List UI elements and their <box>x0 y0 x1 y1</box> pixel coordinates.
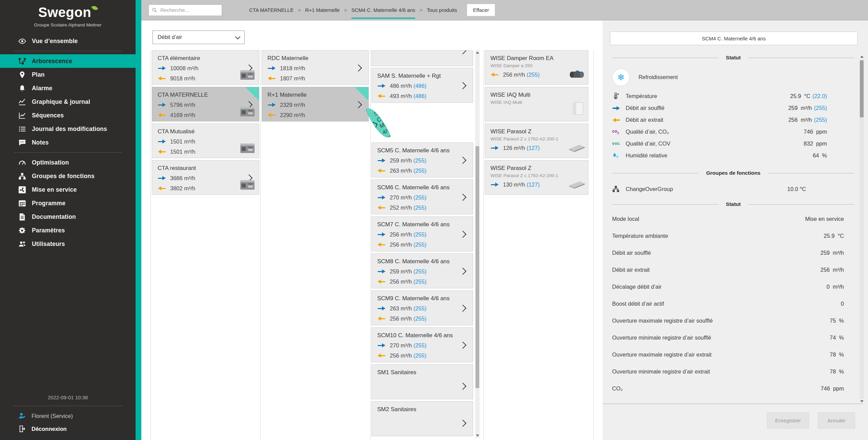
supply-setpoint: (255) <box>413 305 427 311</box>
section-header-label: Statut <box>726 201 741 207</box>
sidebar-item-notes[interactable]: Notes <box>0 136 136 149</box>
sidebar-item-utilisateurs[interactable]: Utilisateurs <box>0 237 136 251</box>
chevron-down-icon <box>235 34 241 39</box>
supply-flow: 1501 m³/h <box>158 138 254 145</box>
extract-flow-value: 9018 m³/h <box>170 75 195 82</box>
supply-flow: 486 m³/h (486) <box>377 82 467 90</box>
card-wise-damper-room-ea[interactable]: WISE Damper Room EAWISE Damper a 250256 … <box>485 50 588 85</box>
clear-selection-button[interactable]: Effacer <box>467 4 494 16</box>
sidebar-item-vue-d-ensemble[interactable]: Vue d’ensemble <box>0 34 136 48</box>
room-list-scrollbar[interactable] <box>475 50 480 438</box>
extract-flow-value: 256 m³/h (255) <box>390 242 426 248</box>
notes-icon <box>18 139 26 147</box>
extract-flow: 3802 m³/h <box>158 185 254 192</box>
card-cta-mutualise[interactable]: CTA Mutualisé1501 m³/h1501 m³/h <box>152 123 259 158</box>
card-scm9-c-maternelle-4-6-ans[interactable]: SCM9 C. Maternelle 4/6 ans263 m³/h (255)… <box>371 290 473 325</box>
column-divider <box>260 50 261 440</box>
sidebar-item-programme[interactable]: Programme <box>0 196 136 210</box>
extract-flow: 9018 m³/h <box>158 75 254 82</box>
scroll-up-icon[interactable] <box>476 52 479 54</box>
card-title: SCM6 C. Maternelle 4/6 ans <box>377 184 467 191</box>
card-partial[interactable] <box>371 50 473 66</box>
scroll-up-icon[interactable] <box>860 56 864 58</box>
supply-flow: 2329 m³/h <box>267 101 363 109</box>
panel-row-ouverture-maximale-registre-d-air-extrait: Ouverture maximale registre d’air extrai… <box>612 346 854 363</box>
status-rows: Mode localMise en serviceTempérature amb… <box>612 210 854 397</box>
card-cta-elementaire[interactable]: CTA élémentaire10008 m³/h9018 m³/h <box>152 50 259 85</box>
sidebar-item-arborescence[interactable]: Arborescence <box>0 54 136 68</box>
row-value: 746ppm <box>804 129 827 135</box>
sidebar-item-mise-en-service[interactable]: Mise en service <box>0 183 136 196</box>
user-menu-item[interactable]: Florent (Service) <box>0 409 136 422</box>
row-label: CO₂ <box>612 385 623 392</box>
extract-flow-value: 2290 m³/h <box>280 112 305 118</box>
sidebar-item-groupes-de-fonctions[interactable]: Groupes de fonctions <box>0 169 136 183</box>
card-scm5-c-maternelle-4-6-ans[interactable]: SCM5 C. Maternelle 4/6 ans259 m³/h (255)… <box>371 142 473 177</box>
panel-row-ouverture-maximale-registre-d-air-souffle: Ouverture maximale registre d’air souffl… <box>612 312 854 329</box>
supply-flow-value: 270 m³/h (255) <box>390 194 426 201</box>
tree-icon <box>18 57 26 65</box>
scroll-down-icon[interactable] <box>476 435 479 437</box>
extract-setpoint: (255) <box>413 168 427 174</box>
card-scm10-c-maternelle-4-6-ans[interactable]: SCM10 C. Maternelle 4/6 ans270 m³/h (255… <box>371 327 473 362</box>
scroll-down-icon[interactable] <box>860 400 864 402</box>
supply-arrow-icon <box>612 104 622 112</box>
card-scm8-c-maternelle-4-6-ans[interactable]: SCM8 C. Maternelle 4/6 ans259 m³/h (255)… <box>371 253 473 288</box>
supply-arrow-icon <box>267 65 276 71</box>
topbar: CTA MATERNELLE>R+1 Maternelle>SCM4 C. Ma… <box>141 0 868 20</box>
extract-flow-value: 256 m³/h (255) <box>390 279 426 285</box>
breadcrumb-item-tous-produits[interactable]: Tous produits <box>427 6 457 14</box>
extract-arrow-icon <box>377 242 386 247</box>
sidebar-item-graphique-journal[interactable]: Graphique & journal <box>0 95 136 109</box>
supply-arrow-icon <box>158 65 166 71</box>
card-sam-s-maternelle-rgt[interactable]: SAM S. Maternelle + Rgt486 m³/h (486)493… <box>371 68 473 103</box>
scrollbar-thumb[interactable] <box>476 146 479 388</box>
card-sm1-sanitaires[interactable]: SM1 Sanitaires <box>371 364 473 399</box>
breadcrumb-item-cta-maternelle[interactable]: CTA MATERNELLE <box>249 6 294 14</box>
sidebar-divider <box>14 406 122 406</box>
row-value: 25.9°C(22.0) <box>790 93 827 99</box>
sidebar-item-parametres[interactable]: Paramètres <box>0 224 136 237</box>
display-mode-select[interactable]: Débit d’air <box>153 31 245 44</box>
panel-body: Statut❄RefroidissementTempérature25.9°C(… <box>603 54 854 404</box>
panel-scrollbar[interactable] <box>860 54 864 404</box>
row-value: Mise en service <box>805 216 844 222</box>
save-button[interactable]: Enregistrer <box>767 413 809 429</box>
card-sm2-sanitaires[interactable]: SM2 Sanitaires <box>371 401 473 436</box>
search-input[interactable] <box>160 7 219 13</box>
card-wise-iaq-multi[interactable]: WISE IAQ MultiWISE IAQ Multi <box>485 87 588 121</box>
scrollbar-thumb[interactable] <box>860 60 864 117</box>
logout-button[interactable]: Déconnexion <box>0 422 136 435</box>
extract-flow-value: 493 m³/h (486) <box>390 93 426 99</box>
voc-icon: voc <box>612 140 622 148</box>
card-scm7-c-maternelle-4-6-ans[interactable]: SCM7 C. Maternelle 4/6 ans256 m³/h (255)… <box>371 216 473 251</box>
sidebar-item-optimisation[interactable]: Optimisation <box>0 156 136 169</box>
breadcrumb-item-r-1-maternelle[interactable]: R+1 Maternelle <box>305 6 340 14</box>
card-cta-maternelle[interactable]: CTA MATERNELLE5796 m³/h4169 m³/h <box>152 87 259 121</box>
timestamp: 2022-09-01 10:38 <box>0 395 136 400</box>
supply-flow: 263 m³/h (255) <box>377 305 467 312</box>
cancel-button[interactable]: Annuler <box>818 413 855 429</box>
card-wise-parasol-z[interactable]: WISE Parasol ZWISE Parasol Z c 1792-A2-2… <box>485 123 588 158</box>
search-box[interactable] <box>148 4 222 16</box>
sidebar-item-plan[interactable]: Plan <box>0 68 136 81</box>
sidebar-item-label: Paramètres <box>32 227 65 234</box>
breadcrumb-item-scm4-c-maternelle-4-6-ans[interactable]: SCM4 C. Maternelle 4/6 ans <box>351 6 415 14</box>
card-r-1-maternelle[interactable]: R+1 Maternelle2329 m³/h2290 m³/h <box>262 87 369 121</box>
card-cta-restaurant[interactable]: CTA restaurant3686 m³/h3802 m³/h <box>152 160 259 195</box>
sidebar-item-sequences[interactable]: Séquences <box>0 109 136 122</box>
supply-flow-value: 10008 m³/h <box>170 65 198 72</box>
sidebar-item-alarme[interactable]: Alarme <box>0 81 136 95</box>
panel-divider <box>603 404 863 404</box>
extract-arrow-icon <box>377 279 386 284</box>
supply-arrow-icon <box>377 306 386 311</box>
card-scm6-c-maternelle-4-6-ans[interactable]: SCM6 C. Maternelle 4/6 ans270 m³/h (255)… <box>371 179 473 214</box>
row-setpoint: (255) <box>814 105 827 111</box>
card-wise-parasol-z[interactable]: WISE Parasol ZWISE Parasol Z c 1792-A2-2… <box>485 160 588 195</box>
card-rdc-maternelle[interactable]: RDC Maternelle1818 m³/h1807 m³/h <box>262 50 369 85</box>
sidebar-item-documentation[interactable]: Documentation <box>0 210 136 224</box>
sidebar-item-journal-des-modifications[interactable]: Journal des modifications <box>0 122 136 136</box>
swegon-logo: Swegon <box>0 5 136 20</box>
card-scm4-c-maternelle-4-6-ans[interactable]: SCM4 C. Maternelle 4/6 ans259 m³/h (255)… <box>366 105 391 141</box>
supply-flow-value: 3686 m³/h <box>170 175 195 181</box>
